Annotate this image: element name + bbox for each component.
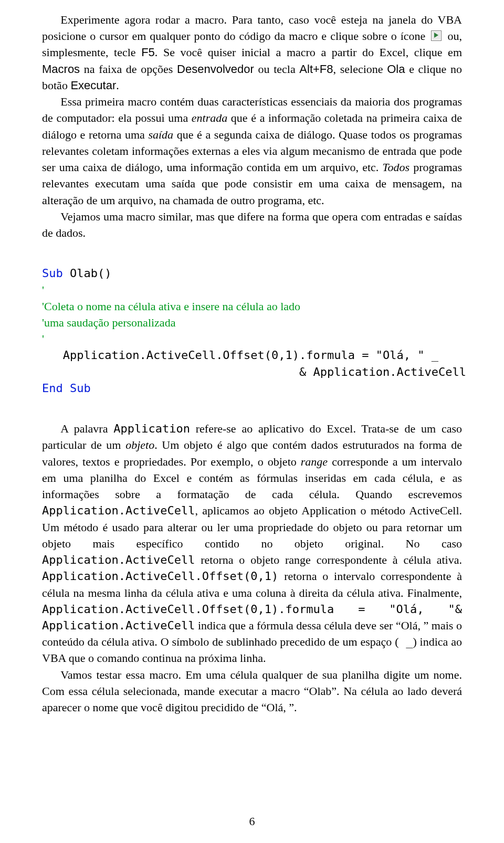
paragraph-1: Experimente agora rodar a macro. Para ta… — [42, 12, 462, 93]
paragraph-5: Vamos testar essa macro. Em uma célula q… — [42, 667, 462, 716]
text: Vejamos uma macro similar, mas que difer… — [42, 210, 462, 239]
keyword-sub-end: Sub — [70, 382, 91, 395]
code-block-olab: Sub Olab() ' 'Coleta o nome na célula at… — [42, 265, 462, 396]
run-icon — [431, 30, 442, 41]
text: Experimente agora rodar a macro. Para ta… — [42, 13, 462, 43]
paragraph-4: A palavra Application refere-se ao aplic… — [42, 420, 462, 667]
code-comment: 'uma saudação personalizada — [42, 316, 175, 329]
emph-todos: Todos — [382, 161, 410, 174]
text: . Se você quiser inicial a macro a parti… — [155, 46, 462, 59]
text: na faixa de opções — [80, 62, 177, 76]
code-text: Olab() — [63, 267, 112, 280]
emph-saida: saída — [148, 128, 173, 141]
text: retorna o objeto range correspondente à … — [195, 553, 462, 566]
ui-executar: Executar — [70, 79, 116, 92]
page-number: 6 — [0, 815, 504, 828]
paragraph-2: Essa primeira macro contém duas caracter… — [42, 93, 462, 208]
code-comment: ' — [42, 283, 44, 297]
code-text: Application.ActiveCell.Offset(0,1).formu… — [42, 349, 438, 362]
code-inline: Application.ActiveCell.Offset(0,1) — [42, 570, 278, 583]
text: ou tecla — [254, 62, 300, 76]
text: . — [116, 79, 119, 92]
code-comment: 'Coleta o nome na célula ativa e insere … — [42, 300, 300, 313]
key-f5: F5 — [141, 46, 155, 59]
code-inline: Application — [113, 422, 190, 435]
text: A palavra — [60, 422, 113, 435]
ui-desenvolvedor: Desenvolvedor — [177, 62, 254, 76]
keyword-end: End — [42, 382, 63, 395]
ui-macros: Macros — [42, 62, 80, 76]
text: , selecione — [333, 62, 387, 76]
text: Vamos testar essa macro. Em uma célula q… — [42, 668, 462, 714]
keyword-sub: Sub — [42, 267, 63, 280]
emph-entrada: entrada — [192, 111, 227, 124]
code-inline: Application.ActiveCell — [42, 553, 195, 566]
emph-range: range — [301, 455, 328, 468]
macro-ola: Ola — [387, 62, 405, 76]
paragraph-3: Vejamos uma macro similar, mas que difer… — [42, 208, 462, 241]
code-text — [63, 382, 70, 395]
code-comment: ' — [42, 332, 44, 345]
document-page: Experimente agora rodar a macro. Para ta… — [0, 0, 504, 843]
emph-objeto: objeto — [125, 438, 154, 451]
code-text: & Application.ActiveCell — [42, 365, 466, 378]
code-inline: Application.ActiveCell — [42, 504, 195, 517]
code-inline: _ — [399, 635, 413, 648]
key-altf8: Alt+F8 — [299, 62, 333, 76]
